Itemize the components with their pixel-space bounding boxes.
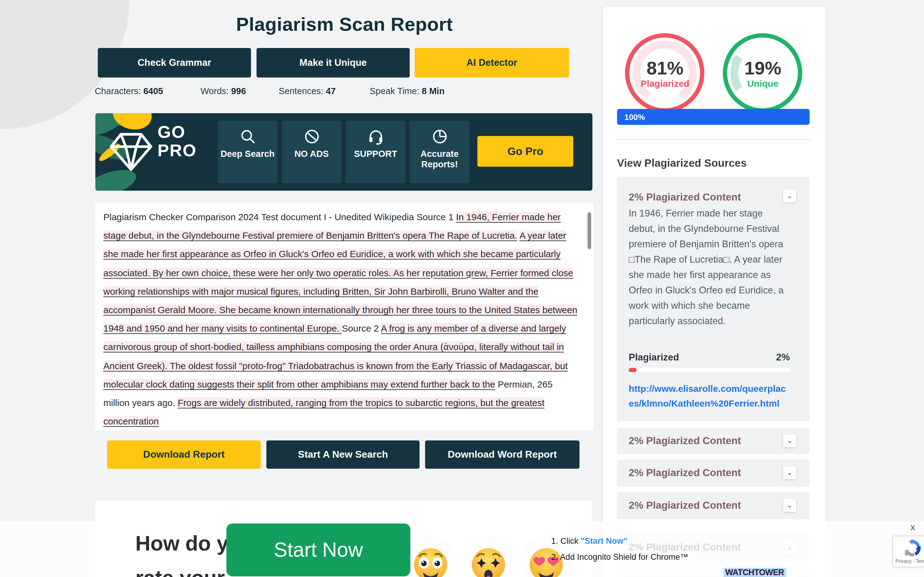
rating-heading-line2: rate your: [135, 566, 225, 577]
stat-speak-time: Speak Time: 8 Min: [370, 86, 445, 96]
doc-segment: Plagiarism Checker Comparison 2024 Test …: [103, 212, 456, 222]
recaptcha-badge: Privacy - Terms: [893, 536, 924, 567]
search-icon: [239, 128, 256, 145]
chevron-down-icon[interactable]: ⌄: [783, 434, 796, 447]
check-grammar-button[interactable]: Check Grammar: [98, 48, 251, 77]
ad-start-now-link[interactable]: "Start Now": [581, 537, 627, 546]
ad-start-now-button[interactable]: Start Now: [226, 524, 410, 576]
go-pro-banner: GO PRO Deep Search NO ADS: [95, 113, 592, 191]
watchtower-logo: WATCHTOWER: [724, 568, 786, 577]
make-it-unique-button[interactable]: Make it Unique: [256, 48, 410, 77]
emoji-star-eyes-icon: [413, 547, 448, 577]
divider: [617, 139, 811, 140]
unique-percent: 19%: [732, 58, 793, 79]
unique-label: Unique: [732, 78, 793, 89]
close-icon[interactable]: x: [911, 522, 915, 532]
no-ads-icon: [303, 128, 320, 145]
doc-segment-highlighted: By her own choice, these were her only t…: [153, 267, 393, 278]
document-text: Plagiarism Checker Comparison 2024 Test …: [103, 208, 581, 430]
source-meter-fill: [629, 368, 637, 372]
start-new-search-button[interactable]: Start A New Search: [266, 440, 419, 469]
plagiarized-percent: 81%: [634, 58, 696, 79]
document-scrollbar[interactable]: [587, 212, 591, 249]
source-card: 2% Plagiarized Content ⌄: [617, 492, 810, 519]
emoji-heart-eyes-icon: [529, 547, 564, 577]
recaptcha-privacy-terms[interactable]: Privacy - Terms: [893, 559, 924, 564]
page-title: Plagiarism Scan Report: [95, 13, 593, 35]
source-card: 2% Plagiarized Content ⌄: [617, 459, 810, 487]
chevron-down-icon[interactable]: ⌄: [783, 189, 796, 202]
plagiarized-label: Plagiarized: [634, 78, 696, 89]
download-report-button[interactable]: Download Report: [107, 440, 261, 469]
chevron-down-icon[interactable]: ⌄: [783, 499, 796, 512]
download-word-report-button[interactable]: Download Word Report: [425, 440, 579, 469]
ad-step-2: 2. Add Incognito Shield for Chrome™: [551, 553, 689, 562]
feature-no-ads: NO ADS: [282, 121, 342, 183]
source-card: 2% Plagiarized Content ⌄: [617, 428, 810, 454]
source-excerpt: In 1946, Ferrier made her stage debut, i…: [629, 205, 786, 329]
stat-sentences: Sentences: 47: [279, 86, 335, 96]
go-pro-logo-text: GO PRO: [158, 123, 197, 160]
headset-icon: [367, 128, 384, 145]
emoji-astonished-icon: [471, 547, 506, 577]
source-card-expanded: 2% Plagiarized Content ⌄ In 1946, Ferrie…: [617, 177, 810, 421]
feature-accurate-reports: Accurate Reports!: [410, 121, 469, 183]
feature-support: SUPPORT: [346, 121, 405, 183]
source-meter-row: Plagiarized 2%: [629, 352, 790, 363]
go-pro-button[interactable]: Go Pro: [477, 136, 573, 167]
results-sidebar: 81% Plagiarized 19% Unique 100% View Pla…: [603, 7, 826, 577]
ad-step-1: 1. Click "Start Now": [551, 537, 627, 546]
ai-detector-button[interactable]: AI Detector: [414, 48, 569, 77]
stat-words: Words: 996: [200, 86, 246, 96]
chevron-down-icon[interactable]: ⌄: [783, 466, 796, 479]
pie-chart-icon: [431, 128, 448, 145]
source-title: 2% Plagiarized Content: [629, 191, 741, 203]
scanned-document-panel[interactable]: Plagiarism Checker Comparison 2024 Test …: [95, 202, 593, 430]
feature-deep-search: Deep Search: [218, 121, 277, 183]
diamond-icon: [109, 132, 153, 172]
source-meter-track: [629, 368, 790, 372]
recaptcha-icon: [903, 539, 922, 557]
stat-characters: Characters: 6405: [95, 86, 163, 96]
source-link[interactable]: http://www.elisarolle.com/queerplaces/kl…: [629, 381, 790, 411]
scan-progress-bar: 100%: [617, 109, 810, 125]
sources-heading: View Plagiarized Sources: [617, 157, 747, 170]
